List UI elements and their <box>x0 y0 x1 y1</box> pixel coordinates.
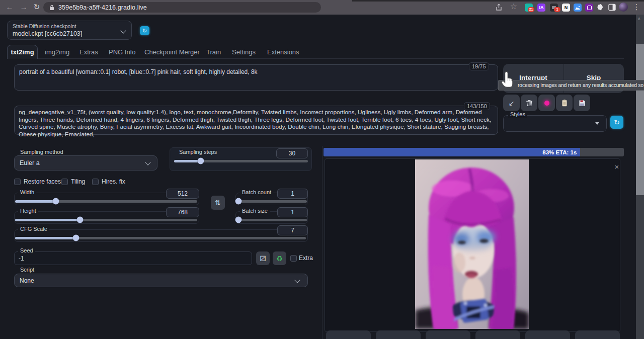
cfg-scale-slider[interactable] <box>15 234 306 241</box>
trash-icon <box>526 100 533 107</box>
bookmark-star-icon[interactable]: ☆ <box>508 1 519 12</box>
sampling-method-value: Euler a <box>20 159 40 166</box>
clipboard-icon <box>561 99 568 107</box>
slider-thumb[interactable] <box>198 158 204 164</box>
slider-thumb[interactable] <box>53 198 59 205</box>
tab-settings[interactable]: Settings <box>232 48 256 56</box>
sampling-method-select[interactable]: Euler a <box>14 155 157 171</box>
batch-size-input[interactable]: 1 <box>277 207 308 217</box>
cfg-scale-input[interactable]: 7 <box>277 225 308 235</box>
chevron-down-icon <box>145 159 150 165</box>
share-icon[interactable] <box>495 4 503 11</box>
slider-thumb[interactable] <box>76 217 83 223</box>
paste-generation-params-button[interactable]: ↙ <box>503 95 520 111</box>
height-input[interactable]: 768 <box>166 207 199 217</box>
batch-count-input[interactable]: 1 <box>277 189 308 199</box>
tab-checkpoint-merger[interactable]: Checkpoint Merger <box>144 48 200 56</box>
profile-avatar[interactable] <box>619 3 628 12</box>
gallery-action-button[interactable] <box>475 330 520 339</box>
progress-bar: 83% ETA: 1s <box>324 148 624 156</box>
mountain-glyph <box>575 6 580 10</box>
tab-train[interactable]: Train <box>206 48 221 56</box>
recycle-icon: ♻ <box>276 255 283 263</box>
negative-prompt-text: ng_deepnegative_v1_75t, (worst quality, … <box>15 106 498 140</box>
tiling-checkbox[interactable] <box>61 179 68 185</box>
tab-txt2img[interactable]: txt2img <box>7 45 38 59</box>
dropdown-arrow-icon <box>595 122 599 125</box>
gallery-action-button[interactable] <box>525 330 570 339</box>
sampling-steps-input[interactable]: 30 <box>276 148 308 158</box>
batch-size-value: 1 <box>291 209 294 216</box>
hires-fix-checkbox[interactable] <box>92 179 99 185</box>
close-image-icon[interactable]: × <box>613 162 621 171</box>
sidebar-toggle-icon[interactable] <box>608 4 616 11</box>
forward-icon[interactable]: → <box>18 2 29 13</box>
lock-icon <box>49 5 54 11</box>
save-style-button[interactable] <box>574 95 590 111</box>
random-seed-button[interactable]: ⚂ <box>256 251 270 265</box>
width-label: Width <box>18 189 36 196</box>
extension-icon-photos[interactable] <box>574 4 582 12</box>
swap-width-height-button[interactable]: ⇅ <box>211 196 225 210</box>
script-label: Script <box>18 267 36 273</box>
sampling-steps-value: 30 <box>289 150 295 157</box>
address-bar[interactable]: 359e5b9a-a5ff-4216.gradio.live <box>43 2 321 13</box>
seed-label: Seed <box>18 247 35 254</box>
batch-count-slider[interactable] <box>236 198 307 205</box>
slider-thumb[interactable] <box>235 217 242 223</box>
tab-img2img[interactable]: img2img <box>45 48 69 56</box>
slider-thumb[interactable] <box>235 198 242 205</box>
checkpoint-value: model.ckpt [cc6cb27103] <box>13 30 82 37</box>
restore-faces-label: Restore faces <box>24 178 61 185</box>
prompt-textarea[interactable]: portrait of a beautiful [woman::0.1] rob… <box>14 64 498 91</box>
reload-icon[interactable]: ↻ <box>31 2 42 13</box>
tab-png-info[interactable]: PNG Info <box>109 48 135 56</box>
back-icon[interactable]: ← <box>4 2 15 13</box>
chevron-down-icon <box>294 277 300 283</box>
extension-icon-purple[interactable] <box>585 4 593 12</box>
height-slider[interactable] <box>15 216 197 223</box>
clear-prompt-button[interactable] <box>521 95 537 111</box>
width-input[interactable]: 512 <box>166 189 199 199</box>
prompt-text: portrait of a beautiful [woman::0.1] rob… <box>15 65 498 79</box>
refresh-checkpoint-button[interactable]: ↻ <box>140 26 149 35</box>
generated-image[interactable] <box>415 159 529 329</box>
sampling-steps-slider[interactable] <box>174 157 308 164</box>
gallery-action-button[interactable] <box>326 330 371 339</box>
seed-extra-checkbox[interactable] <box>290 255 297 262</box>
height-label: Height <box>18 208 38 214</box>
scroll-up-icon[interactable]: ∧ <box>637 16 641 21</box>
mouse-cursor-hand <box>501 71 515 89</box>
scrollbar-thumb[interactable] <box>636 44 644 195</box>
column-divider <box>322 146 323 339</box>
kebab-menu-icon[interactable]: ⋮ <box>631 2 642 13</box>
gallery-action-button[interactable] <box>426 330 470 339</box>
extensions-puzzle-icon[interactable] <box>597 4 604 11</box>
scrollbar-track[interactable]: ∧ <box>636 15 644 339</box>
refresh-styles-button[interactable]: ↻ <box>610 116 623 129</box>
seed-input[interactable]: -1 <box>14 251 252 265</box>
progress-text: 83% ETA: 1s <box>542 149 577 155</box>
slider-thumb[interactable] <box>73 235 79 241</box>
script-value: None <box>20 277 34 284</box>
width-slider[interactable] <box>15 198 197 205</box>
gallery-action-button[interactable] <box>575 330 620 339</box>
script-select[interactable]: None <box>14 274 308 287</box>
extra-networks-button[interactable] <box>538 95 555 111</box>
sampling-method-label: Sampling method <box>18 149 65 155</box>
reuse-seed-button[interactable]: ♻ <box>273 251 286 265</box>
batch-size-label: Batch size <box>240 208 270 214</box>
tab-extensions[interactable]: Extensions <box>267 48 299 56</box>
negative-prompt-textarea[interactable]: ng_deepnegative_v1_75t, (worst quality, … <box>14 106 498 135</box>
purple-glyph <box>587 6 592 10</box>
batch-size-slider[interactable] <box>236 216 307 223</box>
restore-faces-checkbox[interactable] <box>14 179 21 185</box>
extension-icon-notion[interactable]: N <box>562 4 570 12</box>
extension-icon-ia[interactable]: IA <box>537 4 545 12</box>
checkpoint-dropdown[interactable]: Stable Diffusion checkpoint model.ckpt [… <box>7 21 132 40</box>
interrupt-tooltip: rocessing images and return any results … <box>498 80 644 91</box>
dice-icon: ⚂ <box>260 255 266 263</box>
gallery-action-button[interactable] <box>376 330 421 339</box>
tab-extras[interactable]: Extras <box>79 48 98 56</box>
apply-styles-button[interactable] <box>556 95 573 111</box>
